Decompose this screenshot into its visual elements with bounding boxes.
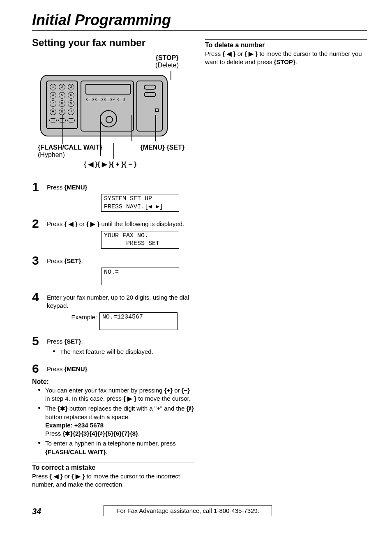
callout-stop-sub: (Delete) bbox=[155, 62, 179, 69]
key-minus: {−} bbox=[182, 387, 190, 394]
leader-line bbox=[155, 115, 156, 141]
lcd-display: SYSTEM SET UP PRESS NAVI.[◀ ▶] bbox=[101, 194, 179, 212]
step-text: Press bbox=[47, 220, 65, 227]
step-text: . bbox=[81, 257, 83, 264]
section-title: Setting your fax number bbox=[32, 37, 194, 48]
sub-bullet: The next feature will be displayed. bbox=[53, 348, 194, 356]
step-text: Press bbox=[47, 184, 65, 191]
key-set: {SET} bbox=[65, 338, 81, 345]
text: or bbox=[63, 473, 72, 480]
note-text: or bbox=[173, 387, 182, 394]
key-plus: {+} bbox=[164, 387, 173, 394]
note-text: . bbox=[106, 448, 107, 455]
note-heading: Note: bbox=[32, 378, 194, 385]
key-flash: {FLASH/CALL WAIT} bbox=[45, 448, 106, 455]
note-example-head: Example: +234 5678 bbox=[45, 422, 104, 429]
key-star: {✱} bbox=[58, 405, 68, 412]
delete-heading: To delete a number bbox=[205, 42, 367, 49]
key-hash: {♯} bbox=[186, 405, 194, 412]
step-1: 1 Press {MENU}. SYSTEM SET UP PRESS NAVI… bbox=[32, 181, 194, 212]
step-number: 5 bbox=[32, 335, 47, 347]
step-number: 1 bbox=[32, 181, 47, 193]
note-item: You can enter your fax number by pressin… bbox=[38, 386, 194, 403]
key-left: { ◀ } bbox=[65, 220, 78, 227]
delete-text: Press { ◀ } or { ▶ } to move the cursor … bbox=[205, 50, 367, 67]
step-number: 3 bbox=[32, 254, 47, 267]
key-set: {SET} bbox=[65, 257, 81, 264]
callout-divider bbox=[113, 143, 114, 159]
lcd-display: NO.= bbox=[101, 268, 179, 285]
text: or bbox=[236, 50, 245, 57]
key-right: { ▶ } bbox=[244, 50, 258, 57]
note-text: The bbox=[45, 405, 58, 412]
callout-stop: {STOP} (Delete) bbox=[155, 54, 179, 69]
page-number: 34 bbox=[32, 507, 41, 516]
sub-rule bbox=[205, 39, 367, 40]
key-right: { ▶ } bbox=[86, 220, 99, 227]
key-right: { ▶ } bbox=[71, 473, 85, 480]
lcd-display: NO.=1234567 bbox=[99, 312, 178, 330]
footer-assistance-box: For Fax Advantage assistance, call 1-800… bbox=[104, 505, 272, 516]
step-text: . bbox=[81, 338, 83, 345]
callout-flash-key: {FLASH/CALL WAIT} bbox=[38, 144, 102, 151]
callout-flash-sub: (Hyphen) bbox=[38, 151, 65, 158]
note-text: to move the cursor. bbox=[136, 395, 191, 402]
step-text: . bbox=[87, 365, 89, 372]
keypad-icon: 123 456 789 ✱0♯ bbox=[46, 81, 78, 129]
right-panel-icon bbox=[136, 81, 163, 132]
step-text: Press bbox=[47, 338, 65, 345]
correct-text: Press { ◀ } or { ▶ } to move the cursor … bbox=[32, 472, 194, 489]
note-item: To enter a hyphen in a telephone number,… bbox=[38, 439, 194, 456]
note-text: You can enter your fax number by pressin… bbox=[45, 387, 164, 394]
device-body: 123 456 789 ✱0♯ bbox=[40, 75, 168, 136]
text: Press bbox=[205, 50, 223, 57]
text: Press bbox=[32, 473, 50, 480]
callout-flash: {FLASH/CALL WAIT} (Hyphen) bbox=[38, 144, 102, 159]
lcd-display: YOUR FAX NO. PRESS SET bbox=[101, 231, 179, 249]
key-sequence: {✱}{2}{3}{4}{♯}{5}{6}{7}{8} bbox=[63, 430, 138, 437]
leader-line bbox=[62, 115, 63, 144]
page-footer: 34 For Fax Advantage assistance, call 1-… bbox=[32, 505, 367, 516]
note-text: button replaces the digit with a "+" and… bbox=[68, 405, 187, 412]
step-4: 4 Enter your fax number, up to 20 digits… bbox=[32, 291, 194, 330]
note-list: You can enter your fax number by pressin… bbox=[38, 386, 194, 456]
text: . bbox=[295, 58, 297, 65]
step-number: 2 bbox=[32, 217, 47, 230]
right-column: To delete a number Press { ◀ } or { ▶ } … bbox=[205, 37, 367, 489]
step-5: 5 Press {SET}. The next feature will be … bbox=[32, 335, 194, 358]
step-text: Press bbox=[47, 365, 65, 372]
step-text: . bbox=[87, 184, 89, 191]
key-menu: {MENU} bbox=[65, 365, 88, 372]
step-text: Press bbox=[47, 257, 65, 264]
leader-line bbox=[131, 115, 132, 141]
note-text: . bbox=[138, 430, 140, 437]
content-columns: Setting your fax number {STOP} (Delete) … bbox=[32, 37, 367, 489]
callout-menu-set: {MENU} {SET} bbox=[140, 144, 184, 151]
sub-rule bbox=[32, 462, 194, 462]
step-text: until the following is displayed. bbox=[99, 220, 184, 227]
key-stop: {STOP} bbox=[274, 58, 295, 65]
step-2: 2 Press { ◀ } or { ▶ } until the followi… bbox=[32, 217, 194, 249]
leader-line bbox=[171, 71, 171, 80]
step-number: 6 bbox=[32, 362, 47, 375]
callout-stop-key: {STOP} bbox=[155, 54, 179, 62]
key-left: { ◀ } bbox=[50, 473, 63, 480]
step-text: Enter your fax number, up to 20 digits, … bbox=[47, 294, 189, 309]
correct-heading: To correct a mistake bbox=[32, 464, 194, 471]
step-3: 3 Press {SET}. NO.= bbox=[32, 254, 194, 286]
chapter-rule bbox=[32, 30, 367, 31]
key-left: { ◀ } bbox=[223, 50, 236, 57]
note-item: The {✱} button replaces the digit with a… bbox=[38, 404, 194, 438]
step-6: 6 Press {MENU}. bbox=[32, 362, 194, 375]
note-text: To enter a hyphen in a telephone number,… bbox=[45, 440, 176, 447]
display-panel-icon bbox=[81, 81, 134, 132]
note-text: in step 4. In this case, press bbox=[45, 395, 123, 402]
note-text: Press bbox=[45, 430, 63, 437]
step-number: 4 bbox=[32, 291, 47, 303]
key-menu: {MENU} bbox=[65, 184, 88, 191]
example-label: Example: bbox=[66, 312, 99, 321]
note-text: button replaces it with a space. bbox=[45, 413, 130, 420]
step-text: or bbox=[78, 220, 87, 227]
device-illustration: {STOP} (Delete) 123 456 789 ✱0♯ bbox=[32, 54, 194, 173]
callout-nav-keys: { ◀ }{ ▶ }{ + }{ − } bbox=[84, 160, 136, 168]
